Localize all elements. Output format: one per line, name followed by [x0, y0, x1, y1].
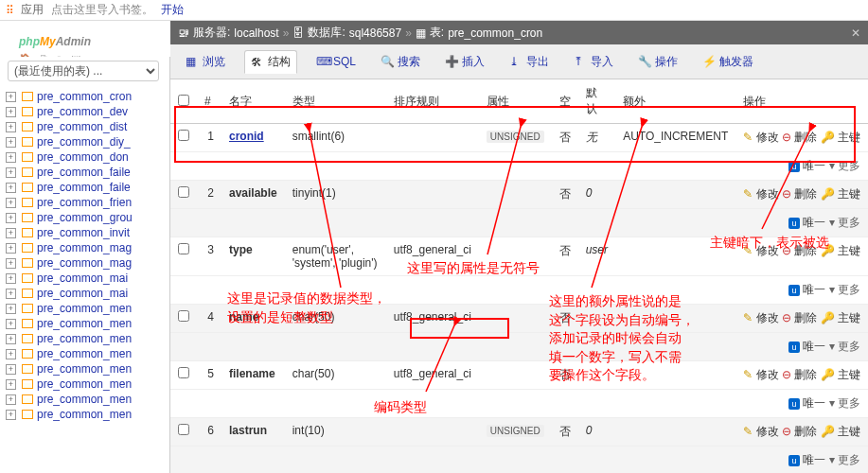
expand-icon[interactable]: + [6, 243, 16, 254]
sidebar-table-item[interactable]: +pre_common_men [0, 361, 169, 377]
row-checkbox[interactable] [178, 243, 189, 254]
breadcrumb-table[interactable]: pre_common_cron [448, 26, 542, 40]
breadcrumb-server[interactable]: localhost [234, 26, 278, 40]
sidebar-table-item[interactable]: +pre_common_men [0, 316, 169, 331]
tab-insert[interactable]: ➕插入 [439, 50, 490, 73]
sidebar-table-item[interactable]: +pre_common_diy_ [0, 134, 169, 149]
tab-triggers[interactable]: ⚡触发器 [697, 50, 759, 73]
tab-search[interactable]: 🔍搜索 [375, 50, 426, 73]
drop-action[interactable]: ⊖ 删除 [782, 131, 817, 144]
sidebar-table-item[interactable]: +pre_common_faile [0, 180, 169, 195]
expand-icon[interactable]: + [6, 198, 16, 208]
expand-icon[interactable]: + [6, 319, 16, 329]
sidebar-table-item[interactable]: +pre_common_men [0, 377, 169, 392]
expand-icon[interactable]: + [6, 273, 16, 284]
select-all-checkbox[interactable] [178, 95, 189, 106]
sidebar-table-item[interactable]: +pre_common_cron [0, 89, 169, 104]
sidebar-table-item[interactable]: +pre_common_frien [0, 195, 169, 210]
expand-icon[interactable]: + [6, 137, 16, 148]
unique-action[interactable]: u 唯一 [788, 453, 825, 466]
start-link[interactable]: 开始 [161, 2, 184, 18]
col-name[interactable]: type [221, 237, 285, 276]
primary-action[interactable]: 🔑 主键 [821, 311, 860, 324]
sidebar-table-item[interactable]: +pre_common_mai [0, 286, 169, 301]
primary-action[interactable]: 🔑 主键 [821, 425, 860, 438]
expand-icon[interactable]: + [6, 394, 16, 405]
col-name[interactable]: lastrun [221, 418, 285, 447]
sidebar-table-item[interactable]: +pre_common_dist [0, 119, 169, 134]
tab-export[interactable]: ⤓导出 [504, 50, 555, 73]
drop-action[interactable]: ⊖ 删除 [782, 425, 817, 438]
expand-icon[interactable]: + [6, 92, 16, 102]
unique-action[interactable]: u 唯一 [788, 159, 825, 172]
more-action[interactable]: ▾ 更多 [829, 396, 860, 410]
expand-icon[interactable]: + [6, 334, 16, 344]
drop-action[interactable]: ⊖ 删除 [782, 187, 817, 201]
col-name[interactable]: filename [221, 361, 285, 390]
expand-icon[interactable]: + [6, 410, 16, 420]
more-action[interactable]: ▾ 更多 [829, 159, 860, 172]
more-action[interactable]: ▾ 更多 [829, 340, 860, 353]
row-checkbox[interactable] [178, 424, 189, 435]
edit-action[interactable]: ✎ 修改 [743, 368, 778, 381]
row-checkbox[interactable] [178, 130, 189, 141]
tab-browse[interactable]: ▦浏览 [180, 50, 231, 73]
col-name[interactable]: cronid [221, 124, 285, 152]
expand-icon[interactable]: + [6, 152, 16, 163]
edit-action[interactable]: ✎ 修改 [743, 131, 778, 144]
edit-action[interactable]: ✎ 修改 [743, 244, 778, 257]
sidebar-table-item[interactable]: +pre_common_men [0, 346, 169, 361]
expand-icon[interactable]: + [6, 228, 16, 238]
sidebar-table-item[interactable]: +pre_common_mai [0, 271, 169, 286]
more-action[interactable]: ▾ 更多 [829, 216, 860, 229]
primary-action[interactable]: 🔑 主键 [821, 244, 860, 257]
more-action[interactable]: ▾ 更多 [829, 283, 860, 296]
sidebar-table-item[interactable]: +pre_common_faile [0, 165, 169, 180]
unique-action[interactable]: u 唯一 [788, 283, 825, 296]
primary-action[interactable]: 🔑 主键 [821, 368, 860, 381]
sidebar-table-item[interactable]: +pre_common_men [0, 392, 169, 407]
sidebar-table-item[interactable]: +pre_common_men [0, 331, 169, 346]
edit-action[interactable]: ✎ 修改 [743, 425, 778, 438]
unique-action[interactable]: u 唯一 [788, 340, 825, 353]
primary-action[interactable]: 🔑 主键 [821, 187, 860, 201]
breadcrumb-close-icon[interactable]: ✕ [851, 26, 860, 40]
sidebar-table-item[interactable]: +pre_common_mag [0, 240, 169, 255]
tab-import[interactable]: ⤒导入 [568, 50, 619, 73]
sidebar-table-item[interactable]: +pre_common_dev [0, 104, 169, 119]
sidebar-table-item[interactable]: +pre_common_men [0, 407, 169, 422]
unique-action[interactable]: u 唯一 [788, 396, 825, 410]
expand-icon[interactable]: + [6, 183, 16, 193]
expand-icon[interactable]: + [6, 107, 16, 117]
breadcrumb-db[interactable]: sql486587 [349, 26, 401, 40]
expand-icon[interactable]: + [6, 304, 16, 314]
unique-action[interactable]: u 唯一 [788, 216, 825, 229]
sidebar-table-item[interactable]: +pre_common_invit [0, 225, 169, 240]
recent-tables-select[interactable]: (最近使用的表) ... [8, 61, 159, 81]
col-name[interactable]: available [221, 181, 285, 209]
sidebar-table-item[interactable]: +pre_common_grou [0, 210, 169, 225]
expand-icon[interactable]: + [6, 167, 16, 178]
tab-structure[interactable]: 🛠结构 [244, 50, 297, 74]
sidebar-table-item[interactable]: +pre_common_mag [0, 255, 169, 271]
more-action[interactable]: ▾ 更多 [829, 453, 860, 466]
expand-icon[interactable]: + [6, 379, 16, 390]
drop-action[interactable]: ⊖ 删除 [782, 311, 817, 324]
tab-operations[interactable]: 🔧操作 [632, 50, 683, 73]
sidebar-table-item[interactable]: +pre_common_men [0, 301, 169, 316]
expand-icon[interactable]: + [6, 289, 16, 299]
expand-icon[interactable]: + [6, 122, 16, 132]
bookmark-hint[interactable]: 点击这里导入书签。 [51, 2, 153, 18]
expand-icon[interactable]: + [6, 258, 16, 269]
col-name[interactable]: name [221, 305, 285, 333]
expand-icon[interactable]: + [6, 213, 16, 223]
expand-icon[interactable]: + [6, 364, 16, 375]
edit-action[interactable]: ✎ 修改 [743, 311, 778, 324]
drop-action[interactable]: ⊖ 删除 [782, 244, 817, 257]
edit-action[interactable]: ✎ 修改 [743, 187, 778, 201]
row-checkbox[interactable] [178, 186, 189, 198]
apps-label[interactable]: 应用 [21, 2, 44, 18]
expand-icon[interactable]: + [6, 349, 16, 359]
sidebar-table-item[interactable]: +pre_common_don [0, 149, 169, 165]
primary-action[interactable]: 🔑 主键 [821, 131, 860, 144]
